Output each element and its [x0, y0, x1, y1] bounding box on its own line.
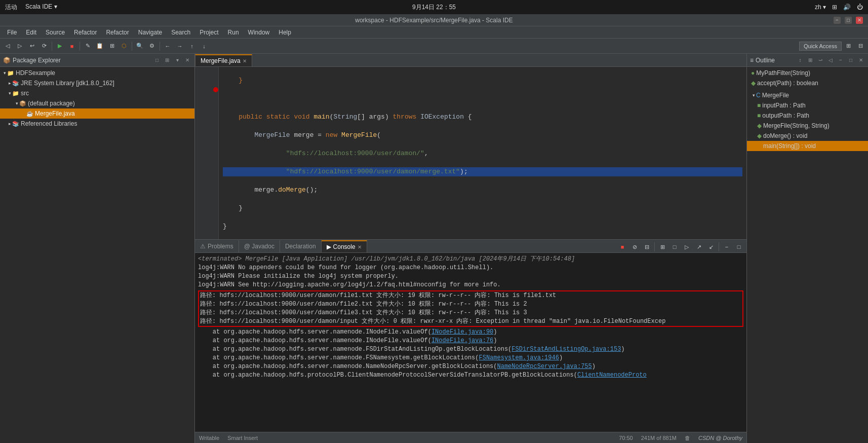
class-icon: C [756, 92, 761, 99]
toolbar-btn-3[interactable]: ↩ [26, 41, 37, 52]
toolbar-stop-btn[interactable]: ■ [66, 41, 77, 52]
maximize-button[interactable]: □ [845, 17, 852, 24]
console-link-2[interactable]: INodeFile.java:76 [431, 337, 493, 344]
outline-item-accept[interactable]: ◆ accept(Path) : boolean [747, 78, 868, 88]
toolbar-btn-2[interactable]: ▷ [14, 41, 25, 52]
activities-label[interactable]: 活动 [5, 3, 17, 12]
console-btn-8[interactable]: ↙ [705, 241, 717, 252]
toolbar-btn-10[interactable]: ⚙ [146, 41, 157, 52]
power-icon[interactable]: ⏻ [857, 4, 863, 11]
app-menu[interactable]: Scala IDE ▾ [25, 3, 57, 12]
status-bar: Writable Smart Insert 70:50 241M of 881M… [195, 432, 746, 443]
console-btn-4[interactable]: ⊞ [657, 241, 668, 252]
outline-filter-btn[interactable]: ⊞ [806, 56, 814, 64]
console-clear-btn[interactable]: ⊘ [629, 241, 640, 252]
console-link-6[interactable]: ClientNamenodeProto [577, 372, 647, 379]
console-btn-7[interactable]: ↗ [693, 241, 704, 252]
console-btn-6[interactable]: ▷ [681, 241, 692, 252]
outline-item-outputpath[interactable]: ■ outputPath : Path [747, 110, 868, 121]
console-stop-btn[interactable]: ■ [617, 241, 628, 252]
outline-item-main[interactable]: ◆ main(String[]) : void [747, 141, 868, 151]
menu-refactor1[interactable]: Refactor [70, 28, 101, 37]
outline-item-inputpath[interactable]: ■ inputPath : Path [747, 100, 868, 110]
code-content[interactable]: } public static void main(String[] args)… [219, 67, 746, 239]
toolbar-run-btn[interactable]: ▶ [54, 41, 65, 52]
tree-item-default-package[interactable]: ▾ 📦 (default package) [0, 98, 194, 108]
console-link-5[interactable]: NameNodeRpcServer.java:755 [497, 363, 592, 370]
console-terminated-line: <terminated> MergeFile [Java Application… [198, 255, 743, 264]
close-button[interactable]: ✕ [856, 17, 863, 24]
tab-console[interactable]: ▶ Console ✕ [322, 240, 367, 252]
menu-help[interactable]: Help [274, 28, 295, 37]
console-link-3[interactable]: FSDirStatAndListingOp.java:153 [511, 346, 621, 353]
minimize-button[interactable]: − [834, 17, 841, 24]
toolbar-btn-16[interactable]: ⊟ [855, 41, 866, 52]
menu-project[interactable]: Project [195, 28, 222, 37]
lang-indicator[interactable]: zh ▾ [815, 4, 826, 11]
outline-minimize[interactable]: − [837, 56, 845, 64]
console-minimize[interactable]: − [721, 241, 732, 252]
toolbar-btn-15[interactable]: ⊞ [843, 41, 854, 52]
menu-edit[interactable]: Edit [22, 28, 41, 37]
outline-item-domerge[interactable]: ◆ doMerge() : void [747, 131, 868, 141]
tab-mergefile-close[interactable]: ✕ [243, 58, 247, 64]
tree-item-mergefile[interactable]: ☕ MergeFile.java [0, 108, 194, 119]
tab-problems[interactable]: ⚠ Problems [195, 240, 239, 252]
menu-search[interactable]: Search [167, 28, 194, 37]
outline-maximize[interactable]: □ [847, 56, 855, 64]
quick-access-button[interactable]: Quick Access [799, 42, 842, 51]
tree-item-jre[interactable]: ▸ 📚 JRE System Library [jdk1.8.0_162] [0, 78, 194, 88]
toolbar-btn-8[interactable]: ⬡ [119, 41, 130, 52]
tab-console-close[interactable]: ✕ [358, 244, 362, 250]
toolbar-btn-12[interactable]: → [174, 41, 185, 52]
editor-area[interactable]: } public static void main(String[] args)… [195, 67, 746, 239]
toolbar-btn-4[interactable]: ⟳ [38, 41, 50, 52]
bottom-panel: ⚠ Problems @ Javadoc Declaration ▶ Conso… [195, 239, 746, 432]
console-maximize[interactable]: □ [733, 241, 744, 252]
menu-source[interactable]: Source [42, 28, 69, 37]
outline-item-mypathfilter[interactable]: ● MyPathFilter(String) [747, 68, 868, 78]
outline-close[interactable]: ✕ [857, 56, 865, 64]
tab-javadoc[interactable]: @ Javadoc [239, 240, 280, 252]
console-btn-5[interactable]: □ [669, 241, 680, 252]
toolbar-btn-14[interactable]: ↓ [199, 41, 210, 52]
tab-mergefile[interactable]: MergeFile.java ✕ [195, 54, 252, 66]
outline-item-constructor[interactable]: ◆ MergeFile(String, String) [747, 121, 868, 131]
menu-navigate[interactable]: Navigate [134, 28, 166, 37]
outline-sort-btn[interactable]: ↕ [796, 56, 804, 64]
console-controls: ■ ⊘ ⊟ ⊞ □ ▷ ↗ ↙ − □ [617, 241, 746, 252]
toolbar-btn-1[interactable]: ◁ [2, 41, 13, 52]
tree-item-hdfsexample[interactable]: ▾ 📁 HDFSexample [0, 68, 194, 78]
menu-file[interactable]: File [3, 28, 21, 37]
toolbar-btn-11[interactable]: ← [162, 41, 173, 52]
package-explorer-menu[interactable]: ▾ [173, 56, 181, 64]
menu-window[interactable]: Window [244, 28, 274, 37]
package-explorer-maximize[interactable]: ⊞ [163, 56, 171, 64]
toolbar-btn-7[interactable]: ⊞ [106, 41, 117, 52]
tab-declaration[interactable]: Declaration [280, 240, 322, 252]
package-explorer-close[interactable]: ✕ [183, 56, 191, 64]
menu-run[interactable]: Run [224, 28, 243, 37]
tab-mergefile-label: MergeFile.java [201, 57, 241, 64]
console-link-1[interactable]: INodeFile.java:90 [431, 328, 493, 336]
toolbar-btn-9[interactable]: 🔍 [134, 41, 145, 52]
console-btn-3[interactable]: ⊟ [641, 241, 652, 252]
outline-collapse-btn[interactable]: ◁ [826, 56, 835, 64]
toolbar-btn-13[interactable]: ↑ [186, 41, 198, 52]
toolbar-sep-2 [80, 42, 80, 51]
toolbar-btn-5[interactable]: ✎ [82, 41, 93, 52]
tab-javadoc-label: @ Javadoc [244, 243, 274, 250]
tree-item-referenced-libs[interactable]: ▸ 📚 Referenced Libraries [0, 119, 194, 129]
outline-item-mergefile-class[interactable]: ▾ C MergeFile [747, 90, 868, 100]
console-icon: ▶ [327, 243, 331, 250]
volume-icon[interactable]: 🔊 [843, 4, 851, 11]
outline-link-btn[interactable]: ⤻ [816, 56, 824, 64]
tree-item-src[interactable]: ▾ 📁 src [0, 88, 194, 98]
system-bar: 活动 Scala IDE ▾ 9月14日 22：55 zh ▾ ⊞ 🔊 ⏻ [0, 0, 868, 14]
package-explorer-minimize[interactable]: □ [153, 56, 161, 64]
menu-refactor2[interactable]: Refactor [102, 28, 133, 37]
toolbar-btn-6[interactable]: 📋 [94, 41, 105, 52]
status-memory-icon[interactable]: 🗑 [685, 435, 690, 441]
console-link-4[interactable]: FSNamesystem.java:1946 [479, 354, 559, 361]
console-output[interactable]: <terminated> MergeFile [Java Application… [195, 253, 746, 432]
